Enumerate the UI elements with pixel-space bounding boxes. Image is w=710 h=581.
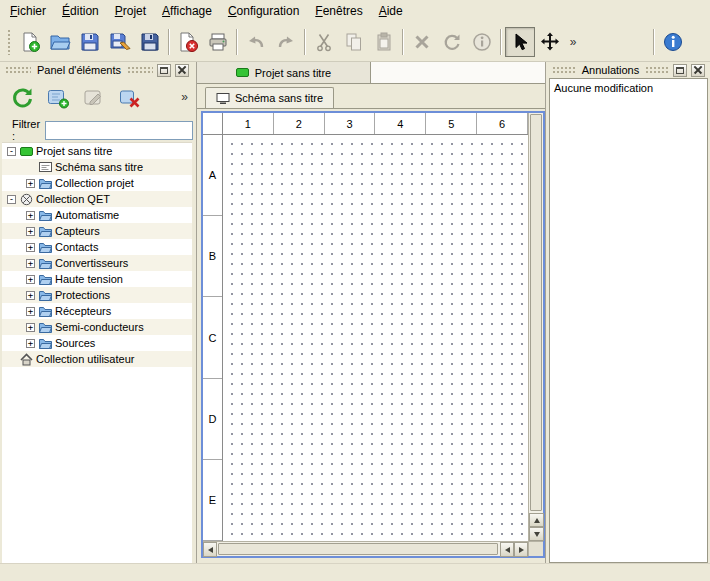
expand-expander-icon[interactable]: + xyxy=(26,243,35,252)
right-arrow-icon xyxy=(519,547,524,553)
scroll-up-button[interactable] xyxy=(529,513,544,527)
mdi-area: Projet sans titre Schéma sans titre 1 2 … xyxy=(196,62,546,563)
undo-history-list: Aucune modification xyxy=(549,78,708,563)
edit-element-button[interactable] xyxy=(80,84,108,112)
tree-item-semi-conducteurs[interactable]: + Semi-conducteurs xyxy=(2,319,192,335)
toolbar-grip[interactable] xyxy=(7,29,12,55)
menu-fichier[interactable]: Fichier xyxy=(2,0,54,22)
scroll-left-button[interactable] xyxy=(203,542,217,557)
dock-grip[interactable] xyxy=(5,66,31,74)
undo-list-item[interactable]: Aucune modification xyxy=(553,81,704,95)
collapse-expander-icon[interactable]: - xyxy=(7,147,16,156)
tree-item-contacts[interactable]: + Contacts xyxy=(2,239,192,255)
copy-button[interactable] xyxy=(339,27,369,57)
dock-grip[interactable] xyxy=(127,66,153,74)
horizontal-scrollbar-track[interactable] xyxy=(217,542,500,556)
print-button[interactable] xyxy=(203,27,233,57)
tree-item-label: Semi-conducteurs xyxy=(55,321,144,333)
tab-schema-sans-titre[interactable]: Schéma sans titre xyxy=(205,87,334,108)
open-project-button[interactable] xyxy=(45,27,75,57)
elements-panel-titlebar[interactable]: Panel d'éléments xyxy=(2,62,192,78)
tree-item-schema-sans-titre[interactable]: Schéma sans titre xyxy=(2,159,192,175)
tree-item-label: Contacts xyxy=(55,241,98,253)
dock-grip[interactable] xyxy=(552,66,576,74)
new-element-button[interactable] xyxy=(44,84,72,112)
expand-expander-icon[interactable]: + xyxy=(26,227,35,236)
about-button[interactable] xyxy=(658,27,688,57)
schema-tab-label: Schéma sans titre xyxy=(235,92,323,104)
expand-expander-icon[interactable]: + xyxy=(26,259,35,268)
horizontal-scrollbar-thumb[interactable] xyxy=(218,543,498,555)
float-panel-button[interactable] xyxy=(673,64,687,77)
column-header: 1 xyxy=(223,113,274,134)
menu-edition[interactable]: Édition xyxy=(54,0,107,22)
expand-expander-icon[interactable]: + xyxy=(26,323,35,332)
schema-canvas[interactable] xyxy=(223,135,528,541)
tree-item-haute-tension[interactable]: + Haute tension xyxy=(2,271,192,287)
tree-item-recepteurs[interactable]: + Récepteurs xyxy=(2,303,192,319)
move-tool-button[interactable] xyxy=(535,27,565,57)
tree-item-convertisseurs[interactable]: + Convertisseurs xyxy=(2,255,192,271)
reload-collections-button[interactable] xyxy=(8,84,36,112)
delete-element-button[interactable] xyxy=(116,84,144,112)
vertical-scrollbar-track[interactable] xyxy=(529,113,543,513)
menu-configuration[interactable]: Configuration xyxy=(220,0,307,22)
expand-expander-icon[interactable]: + xyxy=(26,211,35,220)
tree-item-protections[interactable]: + Protections xyxy=(2,287,192,303)
scroll-right-button[interactable] xyxy=(514,542,528,557)
tree-item-capteurs[interactable]: + Capteurs xyxy=(2,223,192,239)
tree-item-automatisme[interactable]: + Automatisme xyxy=(2,207,192,223)
expand-expander-icon[interactable]: + xyxy=(26,275,35,284)
vertical-scrollbar-thumb[interactable] xyxy=(530,114,542,511)
expand-expander-icon[interactable]: + xyxy=(26,339,35,348)
tab-projet-sans-titre[interactable]: Projet sans titre xyxy=(197,62,371,83)
expand-expander-icon[interactable]: + xyxy=(26,179,35,188)
tree-item-projet-sans-titre[interactable]: - Projet sans titre xyxy=(2,143,192,159)
menu-aide[interactable]: Aide xyxy=(371,0,411,22)
expand-expander-icon[interactable]: + xyxy=(26,307,35,316)
redo-button[interactable] xyxy=(271,27,301,57)
save-as-button[interactable] xyxy=(105,27,135,57)
horizontal-scrollbar[interactable] xyxy=(203,541,528,556)
cut-button[interactable] xyxy=(309,27,339,57)
element-info-button[interactable] xyxy=(467,27,497,57)
filter-input[interactable] xyxy=(45,121,193,140)
save-button[interactable] xyxy=(75,27,105,57)
menu-projet[interactable]: Projet xyxy=(107,0,154,22)
toolbar-separator xyxy=(653,29,655,55)
expand-expander-icon[interactable]: + xyxy=(26,291,35,300)
scroll-left-button-2[interactable] xyxy=(500,542,514,557)
undo-panel-titlebar[interactable]: Annulations xyxy=(549,62,708,78)
mdi-content: 1 2 3 4 5 6 A B C D E xyxy=(197,109,545,563)
save-all-button[interactable] xyxy=(135,27,165,57)
menu-affichage[interactable]: Affichage xyxy=(154,0,220,22)
paste-button[interactable] xyxy=(369,27,399,57)
info-circle-gray-icon xyxy=(471,31,493,53)
menu-fenetres[interactable]: Fenêtres xyxy=(307,0,370,22)
close-file-button[interactable] xyxy=(173,27,203,57)
scroll-down-button[interactable] xyxy=(529,527,544,541)
dock-grip[interactable] xyxy=(645,66,669,74)
ruler-corner xyxy=(203,113,223,135)
tree-item-collection-qet[interactable]: - Collection QET xyxy=(2,191,192,207)
float-panel-button[interactable] xyxy=(157,64,171,77)
vertical-scrollbar[interactable] xyxy=(528,113,543,541)
select-tool-button[interactable] xyxy=(505,27,535,57)
collapse-expander-icon[interactable]: - xyxy=(7,195,16,204)
close-panel-button[interactable] xyxy=(175,64,189,77)
rotate-button[interactable] xyxy=(437,27,467,57)
filter-label: Filtrer : xyxy=(12,118,40,142)
open-folder-icon xyxy=(49,31,71,53)
folder-icon xyxy=(38,257,52,270)
tree-item-sources[interactable]: + Sources xyxy=(2,335,192,351)
close-panel-button[interactable] xyxy=(691,64,705,77)
new-document-button[interactable] xyxy=(15,27,45,57)
tree-item-collection-utilisateur[interactable]: Collection utilisateur xyxy=(2,351,192,367)
project-icon xyxy=(19,145,33,158)
toolbar-overflow-button[interactable]: » xyxy=(565,29,581,55)
delete-button[interactable] xyxy=(407,27,437,57)
tree-item-collection-projet[interactable]: + Collection projet xyxy=(2,175,192,191)
tree-item-label: Récepteurs xyxy=(55,305,111,317)
undo-button[interactable] xyxy=(241,27,271,57)
elements-toolbar-overflow-button[interactable]: » xyxy=(181,90,188,104)
